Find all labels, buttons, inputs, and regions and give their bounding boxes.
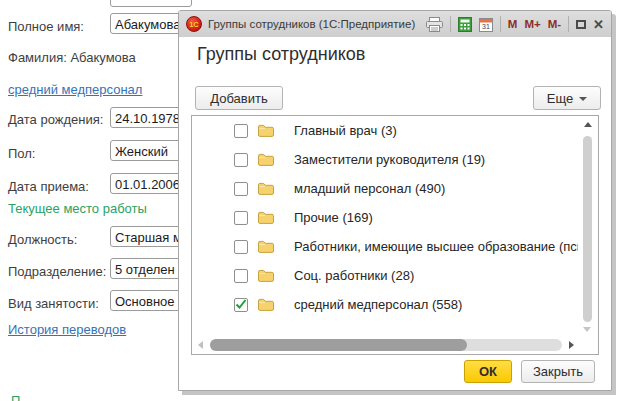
group-label: младший персонал (490) <box>294 181 445 196</box>
group-label: средний медперсонал (558) <box>294 297 462 312</box>
ok-button[interactable]: ОК <box>464 360 512 383</box>
memory-plus-button[interactable]: M+ <box>524 18 540 30</box>
employment-label: Вид занятости: <box>8 296 99 311</box>
memory-button[interactable]: M <box>508 18 518 30</box>
add-button[interactable]: Добавить <box>195 86 283 110</box>
group-checkbox[interactable] <box>234 240 248 254</box>
close-button[interactable]: Закрыть <box>521 360 595 383</box>
dialog-titlebar[interactable]: 1С Группы сотрудников (1С:Предприятие) <box>179 11 611 38</box>
group-label: Заместители руководителя (19) <box>294 152 485 167</box>
hire-date-label: Дата приема: <box>8 179 89 194</box>
svg-text:31: 31 <box>482 23 490 30</box>
horizontal-scrollbar[interactable] <box>198 339 574 352</box>
group-checkbox[interactable] <box>234 211 248 225</box>
folder-icon <box>258 240 274 253</box>
surname-value: Абакумова <box>70 50 135 65</box>
top-partial-input[interactable] <box>110 0 192 7</box>
group-label: Главный врач (3) <box>294 123 397 138</box>
scroll-left-icon[interactable] <box>198 341 203 349</box>
group-row[interactable]: Соц. работники (28) <box>192 261 578 290</box>
birth-date-label: Дата рождения: <box>8 112 103 127</box>
calculator-icon[interactable] <box>458 17 472 32</box>
maximize-icon[interactable] <box>576 20 586 29</box>
position-label: Должность: <box>8 232 77 247</box>
dialog-body: Группы сотрудников Добавить Еще Главный … <box>179 37 611 390</box>
print-icon[interactable] <box>426 17 443 32</box>
dialog-title: Группы сотрудников (1С:Предприятие) <box>208 18 415 30</box>
titlebar-separator <box>500 16 501 32</box>
group-checkbox[interactable] <box>234 298 248 312</box>
folder-icon <box>258 298 274 311</box>
scroll-right-icon[interactable] <box>569 341 574 349</box>
surname-line: Фамилия: Абакумова <box>8 50 136 65</box>
bottom-partial-section: П <box>11 393 20 401</box>
folder-icon <box>258 269 274 282</box>
vertical-scrollbar[interactable] <box>581 120 594 332</box>
folder-icon <box>258 182 274 195</box>
group-checkbox[interactable] <box>234 182 248 196</box>
scroll-down-icon[interactable] <box>583 327 591 332</box>
memory-minus-button[interactable]: M- <box>548 18 561 30</box>
chevron-down-icon <box>579 97 587 101</box>
close-icon[interactable]: ✕ <box>593 18 604 31</box>
folder-icon <box>258 211 274 224</box>
group-label: Соц. работники (28) <box>294 268 414 283</box>
folder-icon <box>258 153 274 166</box>
dialog-heading: Группы сотрудников <box>197 44 365 65</box>
scroll-up-icon[interactable] <box>584 122 592 127</box>
groups-list: Главный врач (3) Заместители руководител… <box>191 115 599 355</box>
group-link[interactable]: средний медперсонал <box>8 82 142 97</box>
group-checkbox[interactable] <box>234 153 248 167</box>
1c-logo-icon: 1С <box>186 16 202 32</box>
group-checkbox[interactable] <box>234 269 248 283</box>
horizontal-scroll-track[interactable] <box>210 339 562 351</box>
group-row[interactable]: Заместители руководителя (19) <box>192 145 578 174</box>
calendar-icon[interactable]: 31 <box>479 17 493 32</box>
surname-label: Фамилия: <box>8 50 67 65</box>
group-row[interactable]: средний медперсонал (558) <box>192 290 578 319</box>
section-current-work: Текущее место работы <box>8 201 147 216</box>
group-checkbox[interactable] <box>234 124 248 138</box>
titlebar-separator <box>450 16 451 32</box>
titlebar-separator <box>568 16 569 32</box>
more-button-label: Еще <box>547 91 573 106</box>
group-label: Прочие (169) <box>294 210 373 225</box>
department-label: Подразделение: <box>8 264 106 279</box>
group-row[interactable]: Главный врач (3) <box>192 116 578 145</box>
group-label: Работники, имеющие высшее образование (п… <box>294 239 578 254</box>
gender-label: Пол: <box>8 146 36 161</box>
horizontal-scroll-thumb[interactable] <box>210 339 467 351</box>
group-row[interactable]: Работники, имеющие высшее образование (п… <box>192 232 578 261</box>
groups-dialog: 1С Группы сотрудников (1С:Предприятие) <box>178 10 612 391</box>
folder-icon <box>258 124 274 137</box>
group-row[interactable]: младший персонал (490) <box>192 174 578 203</box>
group-row[interactable]: Прочие (169) <box>192 203 578 232</box>
vertical-scroll-thumb[interactable] <box>583 136 592 322</box>
history-link[interactable]: История переводов <box>8 322 126 337</box>
full-name-label: Полное имя: <box>8 19 84 34</box>
more-button[interactable]: Еще <box>533 86 601 110</box>
